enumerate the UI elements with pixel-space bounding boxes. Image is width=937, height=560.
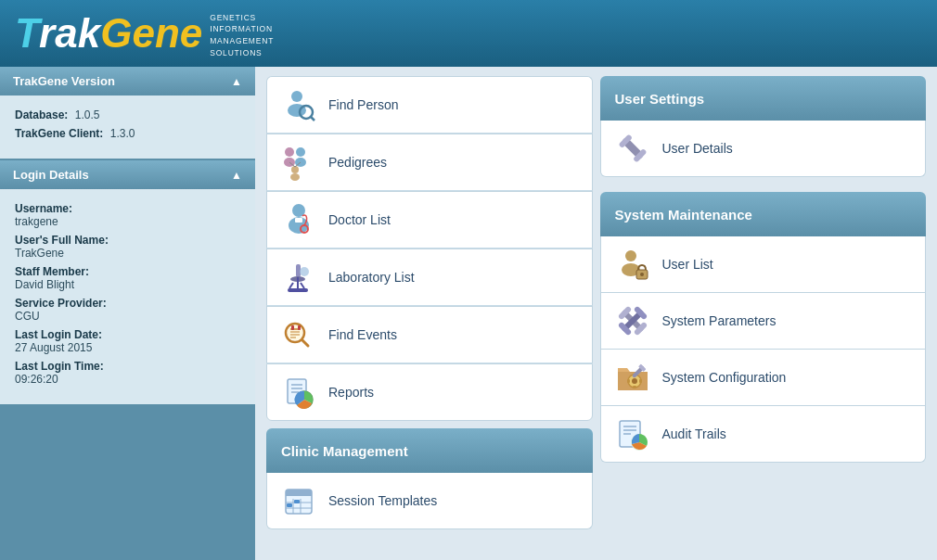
left-column: Find Person bbox=[266, 76, 593, 529]
session-templates-label: Session Templates bbox=[328, 493, 437, 508]
client-info: TrakGene Client: 1.3.0 bbox=[15, 127, 240, 140]
system-parameters-label: System Parameters bbox=[662, 313, 777, 328]
user-settings-section: User Settings bbox=[600, 76, 927, 177]
doctor-list-label: Doctor List bbox=[328, 212, 391, 227]
svg-rect-63 bbox=[627, 379, 630, 383]
version-title: TrakGene Version bbox=[13, 74, 115, 88]
last-login-date-info: Last Login Date: 27 August 2015 bbox=[15, 328, 240, 354]
system-configuration-item[interactable]: System Configuration bbox=[600, 350, 927, 406]
svg-point-4 bbox=[285, 147, 294, 157]
login-section: Login Details ▲ Username: trakgene User'… bbox=[0, 160, 255, 404]
login-title: Login Details bbox=[13, 168, 89, 182]
system-parameters-item[interactable]: System Parameters bbox=[600, 293, 927, 350]
clinic-management-header[interactable]: Clinic Management bbox=[266, 428, 593, 473]
user-details-item[interactable]: User Details bbox=[600, 121, 927, 177]
svg-line-3 bbox=[311, 117, 314, 121]
user-details-icon bbox=[612, 128, 653, 169]
login-chevron-icon: ▲ bbox=[231, 169, 242, 182]
doctor-list-icon bbox=[278, 199, 319, 240]
user-list-label: User List bbox=[662, 257, 713, 272]
version-content: Database: 1.0.5 TrakGene Client: 1.3.0 bbox=[0, 95, 255, 159]
svg-rect-45 bbox=[294, 500, 300, 503]
session-templates-icon bbox=[278, 480, 319, 521]
version-section: TrakGene Version ▲ Database: 1.0.5 TrakG… bbox=[0, 67, 255, 159]
doctor-list-item[interactable]: Doctor List bbox=[266, 191, 593, 248]
laboratory-list-item[interactable]: Laboratory List bbox=[266, 248, 593, 306]
content-area: Find Person bbox=[255, 67, 937, 560]
svg-rect-39 bbox=[286, 493, 312, 496]
svg-rect-15 bbox=[295, 218, 302, 223]
find-events-item[interactable]: Find Events bbox=[266, 306, 593, 363]
username-info: Username: trakgene bbox=[15, 202, 240, 228]
svg-rect-30 bbox=[291, 325, 294, 330]
pedigrees-label: Pedigrees bbox=[328, 155, 387, 170]
main-menu-items: Find Person bbox=[266, 76, 593, 421]
right-column: User Settings bbox=[600, 76, 927, 529]
find-person-icon bbox=[278, 84, 319, 125]
version-section-header[interactable]: TrakGene Version ▲ bbox=[0, 67, 255, 95]
audit-trails-icon bbox=[612, 414, 653, 454]
version-chevron-icon: ▲ bbox=[231, 75, 242, 88]
svg-rect-44 bbox=[287, 503, 292, 507]
system-maintenance-title: System Maintenance bbox=[615, 207, 752, 223]
svg-rect-31 bbox=[298, 325, 301, 330]
logo: TrakGene GENETICSINFORMATIONMANAGEMENTSO… bbox=[15, 8, 274, 59]
svg-line-29 bbox=[302, 340, 308, 346]
reports-item[interactable]: Reports bbox=[266, 363, 593, 421]
sidebar: TrakGene Version ▲ Database: 1.0.5 TrakG… bbox=[0, 67, 255, 560]
login-content: Username: trakgene User's Full Name: Tra… bbox=[0, 189, 255, 404]
reports-icon bbox=[278, 372, 319, 413]
svg-point-8 bbox=[291, 166, 299, 173]
svg-point-52 bbox=[640, 273, 644, 276]
svg-point-49 bbox=[625, 250, 636, 261]
user-list-item[interactable]: User List bbox=[600, 236, 927, 293]
svg-rect-18 bbox=[288, 288, 308, 292]
user-details-label: User Details bbox=[662, 141, 733, 156]
system-configuration-icon bbox=[612, 357, 653, 398]
session-templates-item[interactable]: Session Templates bbox=[266, 473, 593, 529]
logo-trak: TrakGene bbox=[15, 10, 202, 57]
login-section-header[interactable]: Login Details ▲ bbox=[0, 160, 255, 189]
main-layout: TrakGene Version ▲ Database: 1.0.5 TrakG… bbox=[0, 67, 937, 560]
logo-subtitle: GENETICSINFORMATIONMANAGEMENTSOLUTIONS bbox=[210, 12, 274, 59]
find-events-icon bbox=[278, 314, 319, 355]
system-parameters-icon bbox=[612, 300, 653, 341]
audit-trails-item[interactable]: Audit Trails bbox=[600, 406, 927, 463]
clinic-management-section: Clinic Management bbox=[266, 428, 593, 529]
provider-info: Service Provider: CGU bbox=[15, 297, 240, 323]
svg-point-19 bbox=[300, 267, 309, 276]
pedigrees-icon bbox=[278, 142, 319, 183]
system-maintenance-header[interactable]: System Maintenance bbox=[600, 192, 927, 236]
svg-point-9 bbox=[290, 173, 300, 181]
database-info: Database: 1.0.5 bbox=[15, 108, 240, 121]
user-settings-header[interactable]: User Settings bbox=[600, 76, 927, 121]
svg-point-60 bbox=[632, 378, 637, 384]
svg-line-21 bbox=[289, 283, 293, 288]
staff-info: Staff Member: David Blight bbox=[15, 265, 240, 291]
last-login-time-info: Last Login Time: 09:26:20 bbox=[15, 360, 240, 386]
find-events-label: Find Events bbox=[328, 327, 397, 342]
system-configuration-label: System Configuration bbox=[662, 370, 787, 385]
find-person-label: Find Person bbox=[328, 97, 398, 112]
audit-trails-label: Audit Trails bbox=[662, 426, 726, 441]
fullname-info: User's Full Name: TrakGene bbox=[15, 234, 240, 260]
svg-rect-64 bbox=[639, 379, 642, 383]
reports-label: Reports bbox=[328, 385, 374, 400]
content-grid: Find Person bbox=[266, 76, 926, 529]
svg-point-6 bbox=[296, 147, 305, 157]
laboratory-list-icon bbox=[278, 257, 319, 298]
pedigrees-item[interactable]: Pedigrees bbox=[266, 134, 593, 191]
system-maintenance-section: System Maintenance bbox=[600, 192, 927, 463]
svg-rect-62 bbox=[633, 386, 636, 388]
laboratory-list-label: Laboratory List bbox=[328, 270, 415, 285]
find-person-item[interactable]: Find Person bbox=[266, 76, 593, 134]
app-header: TrakGene GENETICSINFORMATIONMANAGEMENTSO… bbox=[0, 0, 937, 67]
clinic-management-title: Clinic Management bbox=[281, 443, 408, 459]
user-settings-title: User Settings bbox=[615, 91, 705, 107]
svg-line-22 bbox=[301, 283, 304, 288]
user-list-icon bbox=[612, 244, 653, 285]
svg-point-0 bbox=[291, 91, 302, 102]
